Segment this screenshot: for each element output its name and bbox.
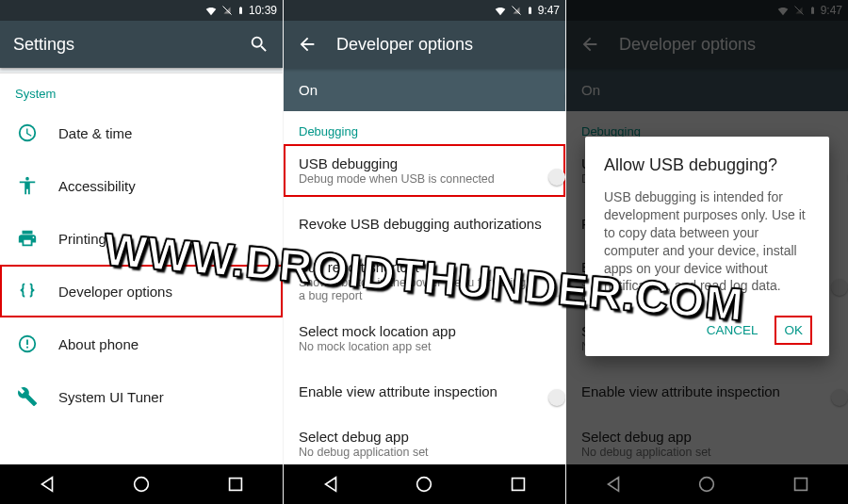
clock-icon: [15, 121, 40, 145]
svg-point-0: [135, 478, 149, 492]
item-sub: No debug application set: [299, 446, 550, 459]
item-label: Revoke USB debugging authorizations: [299, 216, 550, 232]
master-toggle-label: On: [299, 82, 550, 98]
info-icon: [15, 332, 40, 356]
item-label: Select debug app: [299, 429, 550, 445]
print-icon: [15, 226, 40, 251]
item-sub: No mock location app set: [299, 340, 550, 353]
accessibility-icon: [15, 173, 40, 198]
item-label: System UI Tuner: [58, 389, 268, 405]
item-label: Select mock location app: [299, 323, 550, 339]
nav-home-icon[interactable]: [414, 474, 434, 495]
svg-rect-3: [513, 479, 525, 491]
wifi-icon: [204, 4, 218, 17]
settings-list: System Date & time Accessibility Printin…: [0, 68, 283, 464]
search-icon[interactable]: [249, 34, 269, 55]
dialog-actions: CANCEL OK: [604, 312, 810, 349]
back-arrow-icon[interactable]: [297, 34, 318, 55]
item-revoke-auth[interactable]: Revoke USB debugging authorizations: [284, 197, 565, 250]
braces-icon: [15, 279, 40, 303]
section-system: System: [0, 73, 283, 106]
app-bar-title: Developer options: [336, 35, 552, 55]
item-date-time[interactable]: Date & time: [0, 106, 283, 159]
item-accessibility[interactable]: Accessibility: [0, 159, 283, 212]
ok-button[interactable]: OK: [776, 317, 810, 343]
item-label: Printing: [58, 231, 268, 247]
nav-back-icon[interactable]: [37, 474, 57, 495]
svg-rect-1: [230, 479, 242, 491]
status-time: 10:39: [249, 4, 277, 17]
item-about-phone[interactable]: About phone: [0, 317, 283, 370]
item-label: About phone: [58, 336, 268, 352]
nav-home-icon[interactable]: [131, 474, 152, 495]
item-usb-debugging[interactable]: USB debugging Debug mode when USB is con…: [284, 144, 565, 197]
item-label: Developer options: [58, 284, 268, 300]
nav-bar: [284, 464, 565, 504]
dialog-title: Allow USB debugging?: [604, 155, 810, 175]
screen-developer-options: 9:47 Developer options On Debugging USB …: [283, 0, 565, 504]
nav-recents-icon[interactable]: [508, 474, 529, 495]
section-debugging: Debugging: [284, 111, 565, 144]
battery-icon: [526, 4, 534, 17]
item-label: Enable view attribute inspection: [299, 383, 531, 399]
no-sim-icon: [221, 4, 233, 17]
dev-options-list: Debugging USB debugging Debug mode when …: [284, 111, 565, 464]
item-bug-report-shortcut[interactable]: Bug report shortcut Show a button in the…: [284, 250, 565, 312]
status-time: 9:47: [538, 4, 560, 17]
battery-icon: [236, 4, 245, 17]
usb-debugging-dialog: Allow USB debugging? USB debugging is in…: [585, 137, 829, 356]
nav-back-icon[interactable]: [320, 474, 341, 495]
app-bar: Developer options: [284, 21, 565, 68]
nav-recents-icon[interactable]: [225, 474, 246, 495]
status-bar: 10:39: [0, 0, 283, 21]
wifi-icon: [494, 4, 507, 17]
item-sub: Show a button in the power menu for taki…: [299, 276, 531, 302]
item-label: Date & time: [58, 125, 268, 141]
master-toggle-row[interactable]: On: [284, 68, 565, 111]
nav-bar: [0, 464, 283, 504]
item-mock-location[interactable]: Select mock location app No mock locatio…: [284, 312, 565, 365]
screen-settings: 10:39 Settings System Date & time Access…: [0, 0, 283, 504]
app-bar: Settings: [0, 21, 283, 68]
status-bar: 9:47: [284, 0, 565, 21]
item-select-debug-app[interactable]: Select debug app No debug application se…: [284, 417, 565, 464]
app-bar-title: Settings: [13, 35, 230, 55]
item-label: USB debugging: [299, 155, 531, 171]
cancel-button[interactable]: CANCEL: [699, 317, 766, 343]
dialog-body: USB debugging is intended for developmen…: [604, 188, 810, 295]
item-system-ui-tuner[interactable]: System UI Tuner: [0, 370, 283, 423]
item-label: Accessibility: [58, 178, 268, 194]
item-view-attribute[interactable]: Enable view attribute inspection: [284, 365, 565, 417]
wrench-icon: [15, 384, 40, 409]
item-printing[interactable]: Printing: [0, 212, 283, 265]
svg-point-2: [417, 478, 432, 492]
item-label: Bug report shortcut: [299, 259, 531, 275]
item-developer-options[interactable]: Developer options: [0, 265, 283, 317]
no-sim-icon: [511, 4, 522, 17]
screen-developer-options-dialog: 9:47 Developer options On Debugging USB …: [565, 0, 848, 504]
item-sub: Debug mode when USB is connected: [299, 172, 531, 186]
